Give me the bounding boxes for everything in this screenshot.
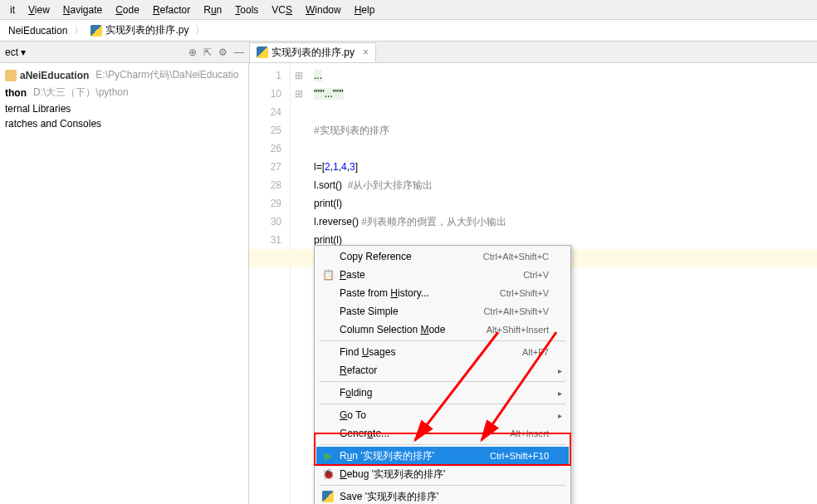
ctx-refactor[interactable]: Refactor▸ (316, 361, 569, 379)
project-dropdown[interactable]: ect (5, 46, 26, 58)
debug-icon: 🐞 (321, 467, 335, 481)
tree-item[interactable]: ratches and Consoles (0, 116, 248, 131)
ctx-goto[interactable]: Go To▸ (316, 406, 569, 424)
ctx-run[interactable]: ▶ Run '实现列表的排序'Ctrl+Shift+F10 (316, 447, 569, 465)
ctx-find-usages[interactable]: Find UsagesAlt+F7 (316, 343, 569, 361)
breadcrumb-file-label: 实现列表的排序.py (105, 23, 188, 37)
fold-column: ⊞ ⊞ (291, 63, 307, 504)
tree-item[interactable]: thon D:\大三（下）\python (0, 84, 248, 101)
run-icon: ▶ (321, 449, 335, 462)
fold-marker-icon[interactable]: ⊞ (291, 85, 307, 103)
chevron-down-icon (21, 46, 26, 58)
tree-item-label: ternal Libraries (5, 103, 71, 115)
breadcrumb-folder[interactable]: NeiEducation (3, 25, 72, 37)
menu-refactor[interactable]: Refactor (146, 2, 197, 17)
menu-edit[interactable]: it (3, 2, 22, 17)
ctx-separator (320, 444, 565, 445)
breadcrumb-separator: 〉 (74, 23, 84, 37)
editor-tab-active[interactable]: 实现列表的排序.py × (249, 42, 376, 62)
close-icon[interactable]: × (363, 46, 369, 58)
ctx-paste-history[interactable]: Paste from History...Ctrl+Shift+V (316, 284, 569, 302)
ctx-separator (320, 404, 565, 404)
tree-item-label: thon (5, 87, 27, 99)
project-header: ect — (0, 46, 249, 58)
chevron-right-icon: ▸ (558, 389, 562, 398)
python-file-icon (321, 490, 335, 503)
menu-code[interactable]: Code (109, 2, 146, 17)
paste-icon: 📋 (321, 268, 335, 281)
line-gutter: 1 10 24 25 26 27 28 29 30 31 32 (249, 63, 291, 504)
ctx-separator (320, 340, 565, 341)
tree-item[interactable]: ternal Libraries (0, 101, 248, 116)
menu-vcs[interactable]: VCS (265, 2, 299, 17)
target-icon[interactable] (188, 46, 197, 58)
ctx-generate[interactable]: Generate...Alt+Insert (316, 424, 569, 443)
ctx-separator (320, 485, 565, 486)
tree-root[interactable]: aNeiEducation E:\PyCharm代码\DaNeiEducatio (0, 66, 248, 84)
collapse-icon[interactable] (203, 46, 212, 58)
project-tree[interactable]: aNeiEducation E:\PyCharm代码\DaNeiEducatio… (0, 63, 249, 504)
editor-tabs: 实现列表的排序.py × (249, 42, 376, 62)
menu-tools[interactable]: Tools (228, 2, 265, 17)
breadcrumb-bar: NeiEducation 〉 实现列表的排序.py 〉 (0, 20, 817, 42)
tab-label: 实现列表的排序.py (272, 46, 355, 60)
tree-item-label: ratches and Consoles (5, 118, 101, 130)
tree-item-path: D:\大三（下）\python (33, 86, 129, 100)
menu-navigate[interactable]: Navigate (56, 2, 109, 17)
tree-root-path: E:\PyCharm代码\DaNeiEducatio (95, 68, 238, 82)
ctx-separator (320, 381, 565, 382)
chevron-right-icon: ▸ (558, 366, 562, 375)
ctx-column-selection[interactable]: Column Selection ModeAlt+Shift+Insert (316, 321, 569, 339)
gear-icon[interactable] (218, 46, 227, 58)
toolbar-row: ect — 实现列表的排序.py × (0, 42, 817, 63)
menu-view[interactable]: View (22, 2, 56, 17)
ctx-save[interactable]: Save '实现列表的排序' (316, 487, 569, 504)
menu-run[interactable]: Run (197, 2, 228, 17)
chevron-right-icon: ▸ (558, 411, 562, 420)
project-toolbar-icons: — (188, 46, 244, 58)
ctx-debug[interactable]: 🐞 Debug '实现列表的排序' (316, 465, 569, 483)
ctx-paste-simple[interactable]: Paste SimpleCtrl+Alt+Shift+V (316, 302, 569, 321)
tree-root-label: aNeiEducation (20, 70, 89, 81)
breadcrumb-separator-end: 〉 (195, 23, 205, 37)
menu-help[interactable]: Help (348, 2, 382, 17)
breadcrumb-folder-label: NeiEducation (8, 25, 67, 37)
python-file-icon (257, 46, 268, 58)
editor-context-menu: Copy ReferenceCtrl+Alt+Shift+C 📋 PasteCt… (314, 245, 571, 504)
folder-icon (5, 70, 17, 81)
ctx-folding[interactable]: Folding▸ (316, 384, 569, 402)
ctx-copy-reference[interactable]: Copy ReferenceCtrl+Alt+Shift+C (316, 247, 569, 266)
python-file-icon (91, 25, 102, 37)
ctx-paste[interactable]: 📋 PasteCtrl+V (316, 266, 569, 284)
main-menubar: it View Navigate Code Refactor Run Tools… (0, 0, 817, 20)
breadcrumb-file[interactable]: 实现列表的排序.py (86, 23, 193, 37)
menu-window[interactable]: Window (299, 2, 348, 17)
fold-marker-icon[interactable]: ⊞ (291, 66, 307, 85)
hide-icon[interactable]: — (234, 46, 244, 58)
